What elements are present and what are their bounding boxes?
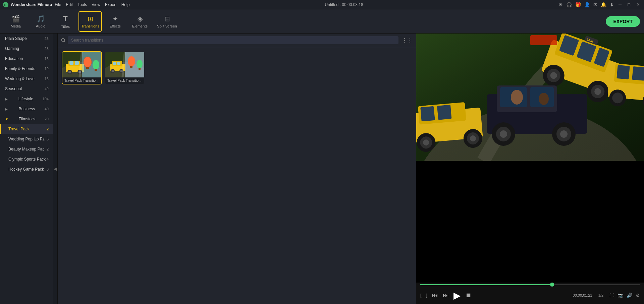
search-bar: ⋮⋮	[58, 34, 416, 47]
titlebar-right: ☀ 🎧 🎁 👤 ✉ 🔔 ⬇ ─ □ ✕	[558, 2, 641, 7]
message-icon[interactable]: ✉	[593, 2, 597, 7]
svg-line-3	[64, 41, 66, 43]
bracket-right-icon: ]	[426, 293, 427, 298]
minimize-button[interactable]: ─	[617, 2, 623, 7]
tool-media[interactable]: 🎬 Media	[4, 11, 28, 32]
tool-effects[interactable]: ✦ Effects	[103, 11, 127, 32]
preview-canvas: TAXI	[416, 34, 644, 161]
svg-text:F: F	[4, 3, 6, 6]
svg-rect-82	[416, 34, 644, 161]
sidebar-item-wedding-popup[interactable]: Wedding Pop Up Pz 6	[0, 134, 53, 144]
transition-thumbnail-1	[62, 52, 101, 77]
titles-icon: T	[63, 14, 67, 23]
settings-icon[interactable]: ⚙	[636, 293, 640, 298]
sidebar-item-hockey-game[interactable]: Hockey Game Pack 6	[0, 164, 53, 174]
content-panel: ⋮⋮	[58, 34, 416, 304]
export-button[interactable]: EXPORT	[606, 16, 640, 27]
sidebar-item-business[interactable]: ▶ Business 40	[0, 104, 53, 114]
titlebar: F Wondershare Filmora File Edit Tools Vi…	[0, 0, 644, 9]
close-button[interactable]: ✕	[635, 2, 641, 7]
svg-rect-18	[86, 67, 89, 69]
progress-bar[interactable]	[420, 284, 640, 285]
progress-bar-container	[416, 283, 644, 287]
tool-splitscreen[interactable]: ⊟ Split Screen	[153, 11, 181, 32]
preview-video: TAXI	[416, 34, 644, 283]
business-arrow: ▶	[5, 107, 8, 111]
lifestyle-arrow: ▶	[5, 97, 8, 101]
sidebar-item-plain-shape[interactable]: Plain Shape 25	[0, 34, 53, 44]
stop-button[interactable]: ⏹	[466, 292, 472, 299]
menu-edit[interactable]: Edit	[66, 2, 73, 7]
frame-back-button[interactable]: ⏭	[443, 292, 449, 299]
svg-rect-34	[130, 66, 132, 68]
sidebar-item-gaming[interactable]: Gaming 28	[0, 44, 53, 54]
toolbar: 🎬 Media 🎵 Audio T Titles ⊞ Transitions ✦…	[0, 9, 644, 34]
transition-preview-1	[62, 52, 101, 77]
playback-left-controls: [ ] ⏮ ⏭ ▶ ⏹	[420, 290, 472, 301]
splitscreen-icon: ⊟	[164, 15, 170, 23]
svg-rect-9	[75, 61, 79, 65]
fullscreen-icon[interactable]: ⛶	[609, 293, 614, 298]
rewind-button[interactable]: ⏮	[432, 292, 438, 299]
main-area: Plain Shape 25 Gaming 28 Education 16 Fa…	[0, 34, 644, 304]
audio-icon: 🎵	[37, 15, 45, 23]
sidebar-collapse-button[interactable]: ◀	[53, 34, 58, 304]
menu-help[interactable]: Help	[121, 2, 130, 7]
sidebar: Plain Shape 25 Gaming 28 Education 16 Fa…	[0, 34, 53, 304]
audio-label: Audio	[36, 24, 45, 28]
sidebar-item-lifestyle[interactable]: ▶ Lifestyle 104	[0, 94, 53, 104]
sidebar-item-wedding-love[interactable]: Wedding & Love 16	[0, 74, 53, 84]
search-icon	[61, 38, 66, 43]
tool-audio[interactable]: 🎵 Audio	[29, 11, 52, 32]
progress-thumb[interactable]	[550, 283, 554, 287]
media-label: Media	[11, 24, 21, 28]
svg-point-19	[93, 60, 99, 69]
sidebar-item-olympic-sports[interactable]: Olympic Sports Pack 4	[0, 154, 53, 164]
menu-tools[interactable]: Tools	[77, 2, 87, 7]
sidebar-item-education[interactable]: Education 16	[0, 54, 53, 64]
filmstock-arrow: ▼	[5, 117, 8, 121]
sidebar-item-family-friends[interactable]: Family & Friends 19	[0, 64, 53, 74]
screenshot-icon[interactable]: 📷	[618, 293, 623, 298]
gift-icon[interactable]: 🎁	[575, 2, 581, 7]
elements-icon: ◈	[138, 15, 143, 23]
window-title: Untitled : 00:00:08:18	[325, 2, 363, 7]
svg-point-33	[128, 56, 135, 66]
svg-rect-36	[139, 68, 141, 70]
svg-rect-25	[113, 62, 116, 65]
menu-export[interactable]: Export	[105, 2, 117, 7]
menu-bar: File Edit Tools View Export Help	[55, 2, 129, 7]
menu-view[interactable]: View	[92, 2, 100, 7]
tool-elements[interactable]: ◈ Elements	[128, 11, 152, 32]
tool-titles[interactable]: T Titles	[54, 11, 77, 32]
transition-preview-2	[105, 52, 144, 77]
tool-transitions[interactable]: ⊞ Transitions	[78, 11, 102, 32]
svg-point-2	[62, 39, 65, 42]
play-button[interactable]: ▶	[453, 290, 461, 301]
app-logo: F Wondershare Filmora	[3, 2, 52, 8]
bracket-left-icon: [	[420, 293, 421, 298]
svg-rect-83	[530, 35, 557, 45]
search-input[interactable]	[68, 36, 398, 44]
sun-icon[interactable]: ☀	[558, 2, 563, 7]
person-icon[interactable]: 👤	[584, 2, 590, 7]
sidebar-item-filmstock[interactable]: ▼ Filmstock 20	[0, 114, 53, 124]
menu-file[interactable]: File	[55, 2, 61, 7]
svg-point-28	[112, 70, 114, 72]
transitions-icon: ⊞	[88, 15, 93, 23]
grid-options-icon[interactable]: ⋮⋮	[402, 37, 413, 44]
sidebar-item-travel-pack[interactable]: Travel Pack 2	[0, 124, 53, 134]
media-icon: 🎬	[12, 15, 20, 23]
sidebar-item-beauty-makeup[interactable]: Beauty Makeup Pac 2	[0, 144, 53, 154]
bell-icon[interactable]: 🔔	[601, 2, 606, 7]
transition-card-1[interactable]: Travel Pack Transitio...	[62, 51, 102, 84]
titlebar-left: F Wondershare Filmora File Edit Tools Vi…	[3, 2, 129, 8]
download-icon[interactable]: ⬇	[610, 2, 614, 7]
sidebar-item-seasonal[interactable]: Seasonal 49	[0, 84, 53, 94]
effects-icon: ✦	[112, 15, 118, 23]
volume-icon[interactable]: 🔊	[627, 293, 632, 298]
headphone-icon[interactable]: 🎧	[566, 2, 572, 7]
transition-label-2: Travel Pack Transitio...	[105, 77, 144, 84]
maximize-button[interactable]: □	[626, 2, 632, 7]
transition-card-2[interactable]: Travel Pack Transitio...	[105, 51, 145, 84]
